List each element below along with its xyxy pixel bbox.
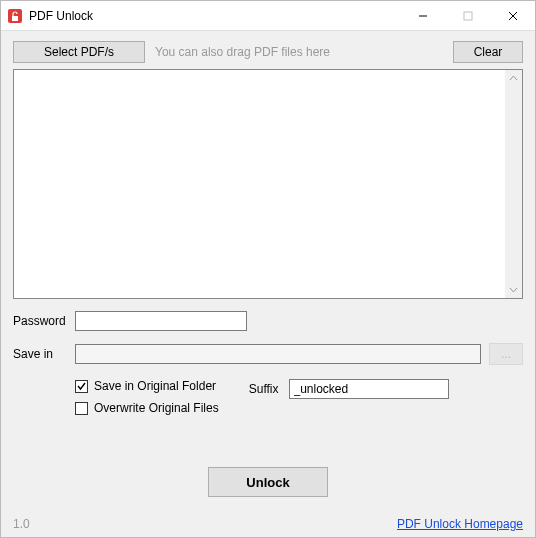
unlock-row: Unlock	[13, 415, 523, 515]
password-input[interactable]	[75, 311, 247, 331]
save-original-checkbox[interactable]: Save in Original Folder	[75, 379, 219, 393]
save-original-label: Save in Original Folder	[94, 379, 216, 393]
minimize-button[interactable]	[400, 1, 445, 31]
top-row: Select PDF/s You can also drag PDF files…	[13, 41, 523, 63]
password-row: Password	[13, 311, 523, 331]
select-pdfs-button[interactable]: Select PDF/s	[13, 41, 145, 63]
unlock-button[interactable]: Unlock	[208, 467, 328, 497]
drag-hint: You can also drag PDF files here	[155, 45, 443, 59]
app-icon	[7, 8, 23, 24]
maximize-button	[445, 1, 490, 31]
app-window: PDF Unlock Select PDF/s You can also dra…	[0, 0, 536, 538]
checkbox-icon	[75, 402, 88, 415]
suffix-row: Suffix	[249, 379, 449, 399]
close-button[interactable]	[490, 1, 535, 31]
file-list-scrollbar[interactable]	[505, 70, 522, 298]
scroll-up-icon[interactable]	[505, 70, 522, 87]
browse-button[interactable]: ...	[489, 343, 523, 365]
password-label: Password	[13, 314, 75, 328]
svg-rect-1	[12, 16, 18, 21]
version-label: 1.0	[13, 517, 30, 531]
checkbox-icon	[75, 380, 88, 393]
clear-button[interactable]: Clear	[453, 41, 523, 63]
titlebar: PDF Unlock	[1, 1, 535, 31]
savein-row: Save in ...	[13, 343, 523, 365]
savein-input	[75, 344, 481, 364]
homepage-link[interactable]: PDF Unlock Homepage	[397, 517, 523, 531]
file-list[interactable]	[13, 69, 523, 299]
svg-rect-3	[464, 12, 472, 20]
suffix-input[interactable]	[289, 379, 449, 399]
suffix-column: Suffix	[249, 379, 449, 415]
client-area: Select PDF/s You can also drag PDF files…	[1, 31, 535, 537]
scroll-down-icon[interactable]	[505, 281, 522, 298]
checkbox-column: Save in Original Folder Overwrite Origin…	[75, 379, 219, 415]
suffix-label: Suffix	[249, 382, 279, 396]
footer: 1.0 PDF Unlock Homepage	[13, 515, 523, 531]
window-title: PDF Unlock	[29, 9, 93, 23]
overwrite-label: Overwrite Original Files	[94, 401, 219, 415]
options-area: Save in Original Folder Overwrite Origin…	[75, 379, 523, 415]
savein-label: Save in	[13, 347, 75, 361]
overwrite-checkbox[interactable]: Overwrite Original Files	[75, 401, 219, 415]
